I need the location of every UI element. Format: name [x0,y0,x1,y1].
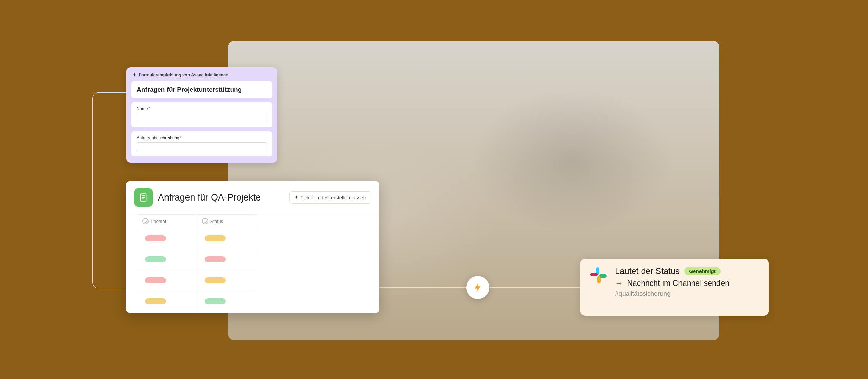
status-pill [205,298,226,304]
priority-pill-medium [145,298,166,304]
project-icon [134,188,153,207]
form-title: Anfragen für Projektunterstützung [137,86,267,93]
table-cell [138,249,197,270]
slack-condition-label: Lautet der Status [615,266,679,276]
form-recommendation-text: Formularempfehlung von Asana Intelligenc… [139,72,228,77]
table-cell [138,228,197,249]
status-badge-approved: Genehmigt [684,267,720,275]
status-pill [205,235,226,241]
form-recommendation-card: ✦ Formularempfehlung von Asana Intellige… [126,67,277,163]
column-header: Priorität [138,214,197,228]
sparkle-icon: ✦ [133,72,136,77]
project-title: Anfragen für QA-Projekte [158,192,284,203]
table-cell [197,291,257,312]
slack-icon [589,266,608,285]
project-header: Anfragen für QA-Projekte ✦ Felder mit KI… [126,181,379,213]
status-pill [205,277,226,283]
table-cell [197,228,257,249]
dropdown-icon [142,218,149,224]
svg-rect-9 [597,276,601,283]
project-card: Anfragen für QA-Projekte ✦ Felder mit KI… [126,181,379,313]
svg-rect-10 [590,273,598,276]
table-cell [138,270,197,291]
priority-pill-high [145,235,166,241]
table-cell [197,249,257,270]
form-field-label: Anfragenbeschreibung* [137,135,267,140]
name-input[interactable] [137,113,267,122]
priority-pill-high [145,277,166,283]
project-table: Priorität Status [126,214,379,312]
slack-action-label: Nachricht im Channel senden [627,279,729,288]
ai-create-fields-button[interactable]: ✦ Felder mit KI erstellen lassen [289,191,371,204]
form-recommendation-label: ✦ Formularempfehlung von Asana Intellige… [133,72,272,77]
slack-body: Lautet der Status Genehmigt → Nachricht … [615,266,760,308]
column-header: Status [197,214,257,228]
automation-bolt-icon [466,276,489,299]
slack-condition-row: Lautet der Status Genehmigt [615,266,760,276]
table-cell [197,270,257,291]
form-field-label: Name* [137,106,267,111]
priority-pill-low [145,256,166,262]
slack-action-row: → Nachricht im Channel senden [615,279,760,288]
required-indicator: * [180,135,182,140]
required-indicator: * [149,106,150,111]
table-column-priority: Priorität [138,214,197,312]
form-field-description: Anfragenbeschreibung* [131,131,272,156]
arrow-right-icon: → [615,279,623,288]
table-cell [138,291,197,312]
status-pill [205,256,226,262]
table-column-status: Status [197,214,257,312]
connector-line-left [92,92,127,288]
dropdown-icon [202,218,208,224]
slack-channel-name: #qualitätssicherung [615,290,760,297]
sparkle-icon: ✦ [294,194,299,201]
form-field-name: Name* [131,102,272,127]
ai-button-label: Felder mit KI erstellen lassen [301,195,366,201]
form-title-box: Anfragen für Projektunterstützung [131,81,272,98]
slack-automation-card: Lautet der Status Genehmigt → Nachricht … [580,259,769,316]
description-input[interactable] [137,142,267,151]
